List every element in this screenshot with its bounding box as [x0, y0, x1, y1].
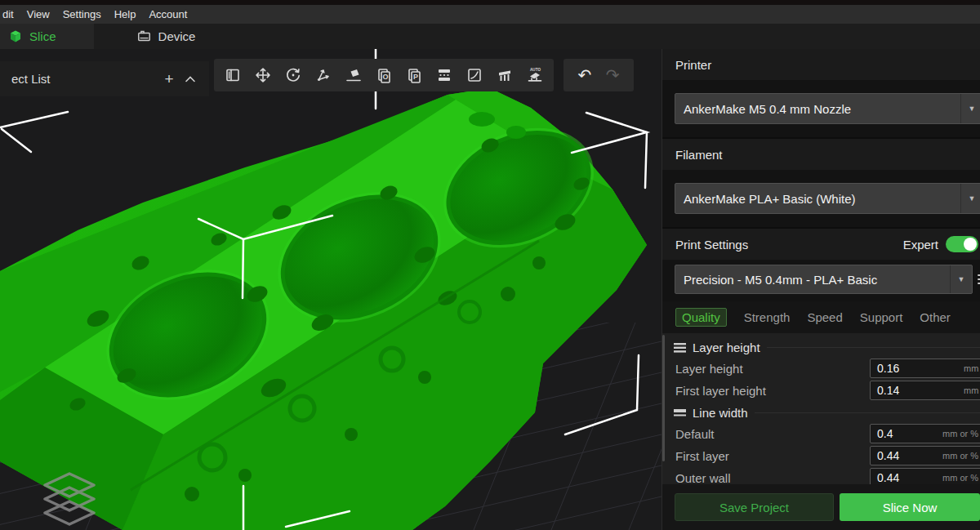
- setting-value: 0.16: [877, 362, 899, 375]
- clone-object-icon[interactable]: O: [372, 64, 395, 87]
- menu-item-account[interactable]: Account: [149, 8, 187, 20]
- auto-support-icon[interactable]: AUTO: [523, 64, 546, 87]
- svg-text:AUTO: AUTO: [530, 68, 541, 72]
- chevron-down-icon[interactable]: ▼: [960, 184, 980, 213]
- menu-item-settings[interactable]: Settings: [63, 8, 101, 20]
- settings-tabs: Quality Strength Speed Support Other: [662, 301, 980, 333]
- menu-bar: dit View Settings Help Account: [0, 5, 980, 24]
- tab-device[interactable]: Device: [94, 24, 238, 49]
- tab-quality[interactable]: Quality: [675, 308, 727, 327]
- tab-device-label: Device: [158, 29, 196, 43]
- action-bar: Save Project Slice Now: [662, 484, 980, 530]
- first-layer-height-input[interactable]: 0.14 mm: [870, 381, 980, 400]
- setting-label: First layer height: [675, 384, 766, 398]
- model-toolbar: O P AUTO: [214, 59, 554, 91]
- lay-flat-icon[interactable]: [342, 64, 365, 87]
- menu-item-edit[interactable]: dit: [2, 8, 14, 20]
- svg-text:O: O: [382, 73, 388, 81]
- tab-support[interactable]: Support: [860, 310, 903, 324]
- menu-item-view[interactable]: View: [27, 8, 50, 20]
- line-width-section: Line width: [662, 402, 980, 423]
- scene-canvas[interactable]: [0, 49, 662, 530]
- setting-label: Outer wall: [675, 471, 731, 485]
- filament-dropdown-value: AnkerMake PLA+ Basic (White): [675, 192, 960, 206]
- tab-slice[interactable]: Slice: [0, 24, 94, 49]
- clone-plate-icon[interactable]: P: [403, 64, 425, 87]
- viewport-3d[interactable]: ect List + O: [0, 49, 662, 530]
- support-icon[interactable]: [493, 64, 516, 87]
- chevron-down-icon[interactable]: ▼: [960, 94, 980, 123]
- svg-text:P: P: [413, 73, 418, 81]
- menu-item-help[interactable]: Help: [114, 8, 136, 20]
- setting-row: First layer 0.44 mm or %: [662, 445, 980, 467]
- undo-icon[interactable]: ↶: [577, 67, 591, 83]
- panel-layout-icon[interactable]: [221, 64, 244, 87]
- scale-icon[interactable]: [312, 64, 335, 87]
- save-project-button[interactable]: Save Project: [675, 493, 834, 521]
- redo-icon[interactable]: ↷: [606, 67, 620, 83]
- printer-dropdown[interactable]: AnkerMake M5 0.4 mm Nozzle ▼: [675, 93, 980, 124]
- setting-value: 0.44: [877, 449, 899, 462]
- object-list-title: ect List: [11, 72, 51, 86]
- setting-row: First layer height 0.14 mm: [662, 380, 980, 402]
- filament-section-label: Filament: [662, 139, 980, 170]
- settings-list: Layer height Layer height 0.16 mm First …: [662, 333, 980, 489]
- line-width-default-input[interactable]: 0.4 mm or %: [870, 424, 980, 443]
- print-settings-header: Print Settings Expert: [662, 229, 980, 260]
- section-title: Layer height: [693, 341, 760, 354]
- filament-dropdown-zone: AnkerMake PLA+ Basic (White) ▼: [662, 170, 980, 227]
- setting-label: First layer: [675, 449, 729, 463]
- filament-label: Filament: [675, 148, 723, 162]
- main-area: ect List + O: [0, 49, 980, 530]
- preset-dropdown-value: Precision - M5 0.4mm - PLA+ Basic: [675, 273, 950, 287]
- setting-unit: mm or %: [942, 473, 978, 483]
- layer-height-icon: [674, 343, 686, 353]
- line-width-first-layer-input[interactable]: 0.44 mm or %: [870, 446, 980, 465]
- settings-panel: Printer AnkerMake M5 0.4 mm Nozzle ▼ Fil…: [662, 49, 980, 530]
- tab-other[interactable]: Other: [920, 310, 951, 324]
- expert-toggle[interactable]: [946, 236, 978, 252]
- cube-icon: [8, 29, 23, 44]
- filament-dropdown[interactable]: AnkerMake PLA+ Basic (White) ▼: [675, 183, 980, 214]
- print-settings-label: Print Settings: [675, 238, 748, 252]
- printer-label: Printer: [675, 58, 711, 72]
- setting-row: Layer height 0.16 mm: [662, 358, 980, 380]
- history-box: ↶ ↷: [564, 59, 634, 91]
- measure-icon[interactable]: [463, 64, 486, 87]
- setting-label: Layer height: [675, 362, 743, 376]
- setting-value: 0.44: [877, 471, 899, 484]
- printer-dropdown-zone: AnkerMake M5 0.4 mm Nozzle ▼: [662, 80, 980, 137]
- move-icon[interactable]: [252, 64, 274, 87]
- layer-height-section: Layer height: [662, 336, 980, 358]
- printer-dropdown-value: AnkerMake M5 0.4 mm Nozzle: [675, 102, 960, 116]
- tab-slice-label: Slice: [29, 29, 56, 43]
- setting-unit: mm: [964, 385, 978, 395]
- preset-dropdown[interactable]: Precision - M5 0.4mm - PLA+ Basic ▼: [675, 265, 973, 294]
- setting-value: 0.14: [877, 384, 899, 397]
- preset-zone: Precision - M5 0.4mm - PLA+ Basic ▼: [662, 260, 980, 301]
- line-width-icon: [674, 408, 686, 418]
- split-parts-icon[interactable]: [433, 64, 456, 87]
- tab-speed[interactable]: Speed: [807, 310, 842, 324]
- section-title: Line width: [693, 406, 748, 420]
- object-list-panel: ect List +: [0, 61, 209, 96]
- setting-row: Default 0.4 mm or %: [662, 423, 980, 445]
- workspace-tab-bar: Slice Device: [0, 24, 980, 50]
- setting-unit: mm or %: [942, 429, 978, 439]
- setting-value: 0.4: [877, 427, 893, 440]
- tab-strength[interactable]: Strength: [744, 310, 791, 324]
- collapse-chevron-icon[interactable]: [180, 76, 201, 82]
- scrollbar[interactable]: [662, 335, 665, 461]
- expert-label: Expert: [903, 238, 938, 252]
- setting-unit: mm or %: [942, 451, 978, 461]
- device-icon: [136, 29, 152, 44]
- setting-unit: mm: [964, 363, 978, 373]
- chevron-down-icon[interactable]: ▼: [950, 265, 972, 293]
- printer-section-label: Printer: [662, 49, 980, 80]
- rotate-icon[interactable]: [282, 64, 305, 87]
- setting-label: Default: [675, 427, 715, 441]
- add-object-button[interactable]: +: [158, 71, 180, 87]
- layer-height-input[interactable]: 0.16 mm: [870, 359, 980, 378]
- slice-now-button[interactable]: Slice Now: [840, 493, 980, 521]
